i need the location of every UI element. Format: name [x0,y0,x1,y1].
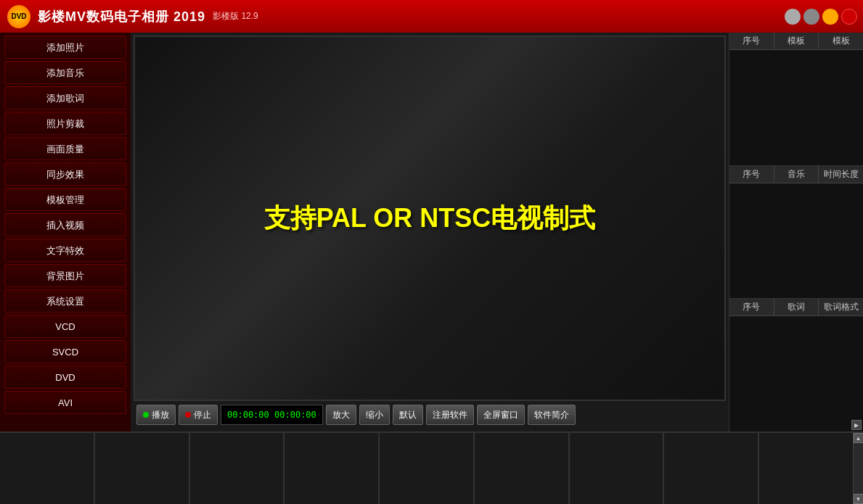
zoom-out-label: 缩小 [366,409,383,421]
sidebar-btn-2[interactable]: 添加歌词 [4,86,126,110]
sidebar-btn-3[interactable]: 照片剪裁 [4,112,126,135]
music-section: 序号 音乐 时间长度 [729,166,863,299]
default-button[interactable]: 默认 [393,405,423,425]
fullscreen-button[interactable]: 全屏窗口 [477,405,525,425]
fullscreen-label: 全屏窗口 [483,409,518,421]
music-header: 序号 音乐 时间长度 [729,166,863,183]
thumbnail-cell-6[interactable] [475,433,570,504]
lyrics-section: 序号 歌词 歌词格式 ▶ [729,299,863,431]
scroll-up-button[interactable]: ▲ [854,433,863,443]
sidebar-btn-5[interactable]: 同步效果 [4,162,126,186]
preview-area: 支持PAL OR NTSC电视制式 播放 停止 00:00:00 00:00:0… [131,33,729,431]
stop-label: 停止 [194,409,211,421]
right-panel: 序号 模板 模板 序号 音乐 时间长度 [729,33,863,431]
logo-text: DVD [11,12,26,20]
thumbnail-cell-3[interactable] [190,433,285,504]
app-logo: DVD [7,5,30,28]
sidebar-btn-0[interactable]: 添加照片 [4,36,126,59]
sidebar-btn-11[interactable]: VCD [4,315,126,338]
lyrics-header: 序号 歌词 歌词格式 [729,299,863,316]
main-layout: 添加照片添加音乐添加歌词照片剪裁画面质量同步效果模板管理插入视频文字特效背景图片… [0,33,863,431]
music-col-num: 序号 [729,166,774,183]
app-version: 影楼版 12.9 [213,10,258,22]
control-bar: 播放 停止 00:00:00 00:00:00 放大 缩小 默认 注册软件 [134,401,726,429]
thumbnail-cell-1[interactable] [0,433,95,504]
sidebar: 添加照片添加音乐添加歌词照片剪裁画面质量同步效果模板管理插入视频文字特效背景图片… [0,33,131,431]
sidebar-btn-9[interactable]: 背景图片 [4,264,126,287]
stop-dot-icon [185,412,191,418]
zoom-in-button[interactable]: 放大 [326,405,356,425]
template-col-num: 序号 [729,33,774,49]
template-col-1: 模板 [774,33,819,49]
zoom-out-button[interactable]: 缩小 [359,405,390,425]
play-label: 播放 [152,409,169,421]
scroll-down-button[interactable]: ▼ [854,494,863,504]
template-col-2: 模板 [819,33,863,49]
video-preview: 支持PAL OR NTSC电视制式 [134,36,726,401]
zoom-in-label: 放大 [332,409,350,421]
sidebar-btn-7[interactable]: 插入视频 [4,213,126,236]
thumbnail-cell-5[interactable] [380,433,475,504]
thumbnail-cell-9[interactable] [759,433,853,504]
thumbnail-cell-7[interactable] [570,433,665,504]
default-label: 默认 [399,409,417,421]
stop-button[interactable]: 停止 [179,405,218,425]
sidebar-btn-14[interactable]: AVI [4,391,126,414]
app-title: 影楼MV数码电子相册 2019 [38,8,205,25]
lyrics-col-num: 序号 [729,299,774,315]
about-label: 软件简介 [534,409,569,421]
close-button[interactable] [841,9,857,25]
titlebar: DVD 影楼MV数码电子相册 2019 影楼版 12.9 [0,0,863,33]
register-button[interactable]: 注册软件 [426,405,474,425]
music-col-2: 时间长度 [819,166,863,183]
template-section: 序号 模板 模板 [729,33,863,166]
minimize-button[interactable] [785,9,801,25]
music-col-1: 音乐 [774,166,819,183]
timecode-display: 00:00:00 00:00:00 [221,405,323,425]
register-label: 注册软件 [433,409,467,421]
template-header: 序号 模板 模板 [729,33,863,50]
thumbnail-strip: ▲ ▼ [0,431,863,504]
play-button[interactable]: 播放 [136,405,176,425]
sidebar-btn-13[interactable]: DVD [4,365,126,389]
sidebar-btn-8[interactable]: 文字特效 [4,239,126,262]
thumbnail-cell-4[interactable] [285,433,380,504]
sidebar-btn-6[interactable]: 模板管理 [4,188,126,211]
lyrics-col-2: 歌词格式 [819,299,863,315]
sidebar-btn-12[interactable]: SVCD [4,340,126,363]
scroll-indicator[interactable]: ▶ [851,420,862,430]
maximize-button[interactable] [822,9,838,25]
sidebar-btn-10[interactable]: 系统设置 [4,289,126,313]
lyrics-col-1: 歌词 [774,299,819,315]
window-controls [785,9,857,25]
thumbnail-scrollbar: ▲ ▼ [853,433,863,504]
play-dot-icon [143,412,149,418]
template-content [729,50,863,165]
music-content [729,183,863,299]
sidebar-btn-1[interactable]: 添加音乐 [4,61,126,84]
lyrics-content [729,316,863,431]
preview-text: 支持PAL OR NTSC电视制式 [264,201,596,236]
thumbnail-cell-8[interactable] [664,433,759,504]
about-button[interactable]: 软件简介 [528,405,576,425]
restore-button[interactable] [803,9,819,25]
thumbnail-cell-2[interactable] [95,433,190,504]
sidebar-btn-4[interactable]: 画面质量 [4,137,126,160]
